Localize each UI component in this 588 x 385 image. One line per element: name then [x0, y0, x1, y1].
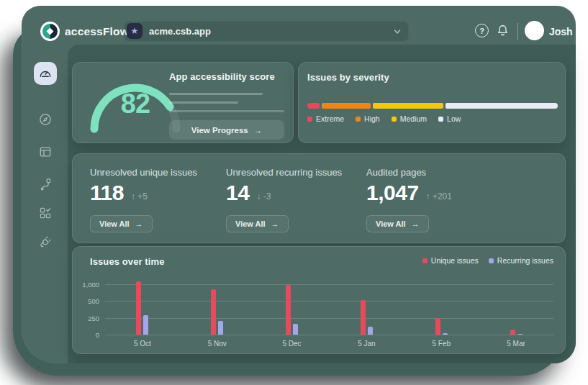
project-selector[interactable]: ★ acme.csb.app — [124, 21, 409, 42]
page-background: accessFlow ★ acme.csb.app ? — [0, 0, 588, 385]
stat-delta: ↑ +5 — [131, 191, 148, 204]
severity-legend-label: Medium — [400, 114, 427, 123]
severity-segment-low — [445, 103, 558, 109]
stat-label: Unresolved recurring issues — [226, 167, 342, 178]
accessflow-logo-icon — [40, 22, 60, 41]
chart-title: Issues over time — [90, 256, 165, 267]
recurring-issues-bar — [293, 324, 298, 335]
grid-check-icon — [38, 206, 53, 220]
compass-icon — [38, 112, 53, 127]
sidebar-item-dashboard[interactable] — [34, 62, 57, 85]
unique-issues-bar — [136, 281, 141, 335]
plug-icon — [38, 236, 53, 250]
notifications-button[interactable] — [496, 24, 510, 37]
bar-slots: 5 Oct5 Nov5 Dec5 Jan5 Feb5 Mar — [105, 284, 553, 335]
chart-legend: Unique issuesRecurring issues — [422, 256, 553, 265]
stat-delta: ↓ -3 — [256, 191, 271, 204]
arrow-right-icon: → — [271, 219, 279, 228]
layout-icon — [38, 145, 53, 159]
stat-value-row: 1,047↑ +201 — [366, 182, 452, 204]
severity-legend-item-extreme: Extreme — [307, 114, 344, 123]
sidebar-item-flows[interactable] — [34, 173, 57, 196]
help-button[interactable]: ? — [475, 24, 489, 37]
arrow-right-icon: → — [412, 219, 420, 228]
stat-column: Unresolved recurring issues14↓ -3View Al… — [226, 154, 342, 243]
x-axis-label: 5 Feb — [404, 340, 479, 348]
app-window: accessFlow ★ acme.csb.app ? — [22, 6, 576, 363]
stat-value: 1,047 — [366, 182, 419, 204]
stat-value-row: 14↓ -3 — [226, 182, 342, 204]
recurring-issues-bar — [368, 327, 373, 335]
arrow-right-icon: → — [135, 219, 143, 228]
severity-legend-item-medium: Medium — [392, 114, 427, 123]
severity-legend-item-low: Low — [438, 114, 461, 123]
gauge-icon — [38, 66, 53, 81]
score-card-title: App accessibility score — [169, 71, 284, 82]
placeholder-line — [169, 93, 263, 95]
placeholder-line — [169, 110, 284, 112]
bar-group: 5 Oct — [105, 284, 180, 335]
view-all-button[interactable]: View All→ — [366, 215, 429, 232]
bar-group: 5 Mar — [479, 284, 553, 335]
view-all-label: View All — [99, 219, 130, 228]
topbar-divider — [517, 23, 518, 40]
x-axis-label: 5 Mar — [479, 340, 553, 348]
chevron-down-icon — [393, 27, 402, 36]
content-panel: 82 App accessibility score View Progress… — [68, 45, 576, 363]
issues-over-time-card: Issues over time Unique issuesRecurring … — [72, 246, 566, 354]
view-all-button[interactable]: View All→ — [226, 215, 289, 232]
y-axis-label: 250 — [88, 314, 99, 322]
question-mark-icon: ? — [479, 27, 484, 35]
bar-group: 5 Feb — [404, 284, 479, 335]
y-axis-label: 1,000 — [82, 281, 99, 289]
stats-card: Unresolved unique issues118↑ +5View All→… — [72, 153, 566, 243]
severity-bar — [307, 103, 558, 109]
severity-segment-high — [322, 103, 371, 109]
recurring-issues-bar — [218, 321, 223, 335]
accessibility-score-card: 82 App accessibility score View Progress… — [72, 62, 294, 143]
user-name: Josh — [549, 26, 573, 37]
severity-legend-label: Low — [447, 114, 461, 123]
bell-icon — [496, 24, 510, 37]
severity-legend: ExtremeHighMediumLow — [307, 114, 461, 123]
severity-legend-label: High — [364, 114, 380, 123]
chart-legend-item: Unique issues — [422, 256, 479, 265]
placeholder-line — [169, 101, 238, 104]
chart-legend-label: Recurring issues — [497, 256, 553, 265]
bar-chart-plot: 02505001,0005 Oct5 Nov5 Dec5 Jan5 Feb5 M… — [105, 284, 553, 335]
project-name: acme.csb.app — [149, 26, 211, 37]
severity-segment-medium — [373, 103, 443, 109]
unique-issues-bar — [286, 285, 291, 335]
view-all-button[interactable]: View All→ — [90, 215, 153, 232]
sidebar-item-checks[interactable] — [34, 201, 57, 225]
project-badge: ★ — [127, 23, 143, 39]
legend-swatch-icon — [392, 117, 397, 122]
bar-group: 5 Dec — [255, 284, 330, 335]
legend-swatch-icon — [438, 117, 443, 122]
unique-issues-bar — [211, 289, 216, 335]
recurring-issues-bar — [143, 315, 148, 335]
view-progress-label: View Progress — [191, 126, 248, 135]
avatar[interactable] — [525, 21, 544, 40]
severity-card-title: Issues by severity — [307, 72, 556, 83]
legend-swatch-icon — [307, 117, 312, 122]
arrow-right-icon: → — [254, 126, 263, 135]
x-axis-label: 5 Nov — [180, 340, 255, 348]
sidebar-item-integrations[interactable] — [34, 232, 57, 255]
unique-issues-bar — [510, 330, 515, 335]
sidebar-item-pages[interactable] — [34, 140, 57, 163]
stat-column: Unresolved unique issues118↑ +5View All→ — [90, 154, 197, 243]
stat-value: 118 — [90, 182, 124, 204]
view-progress-button[interactable]: View Progress → — [169, 120, 284, 140]
brand-name: accessFlow — [65, 25, 129, 38]
gridline — [105, 335, 553, 335]
chart-legend-label: Unique issues — [431, 256, 479, 265]
stat-value: 14 — [226, 182, 249, 204]
sidebar-item-explore[interactable] — [34, 108, 57, 131]
flow-icon — [38, 177, 53, 191]
view-all-label: View All — [376, 219, 406, 228]
severity-legend-item-high: High — [356, 114, 380, 123]
bar-group: 5 Jan — [329, 284, 404, 335]
topbar: accessFlow ★ acme.csb.app ? — [22, 6, 576, 45]
legend-swatch-icon — [356, 117, 361, 122]
